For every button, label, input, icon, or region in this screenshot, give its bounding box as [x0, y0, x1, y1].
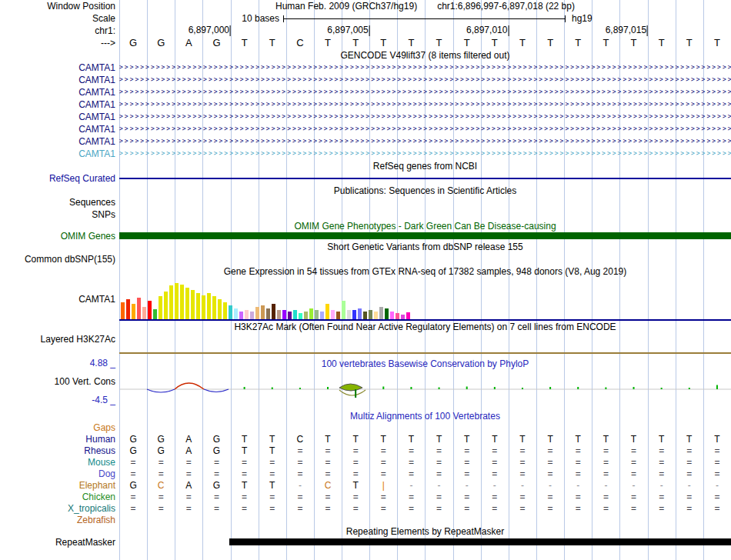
dbsnp-track-title[interactable]: Short Genetic Variants from dbSNP releas… — [119, 241, 731, 253]
gtex-expression-bar[interactable] — [401, 315, 405, 319]
gtex-expression-bar[interactable] — [304, 312, 308, 319]
gtex-expression-bar[interactable] — [223, 302, 227, 319]
gtex-expression-bar[interactable] — [121, 302, 125, 319]
phylop-track-title[interactable]: 100 vertebrates Basewise Conservation by… — [119, 358, 731, 370]
species-label[interactable]: Gaps — [0, 422, 119, 434]
gtex-expression-bar[interactable] — [229, 305, 232, 319]
h3k27ac-track-title[interactable]: H3K27Ac Mark (Often Found Near Active Re… — [119, 321, 731, 333]
refseq-track-title[interactable]: RefSeq genes from NCBI — [119, 160, 731, 172]
gtex-expression-bar[interactable] — [288, 312, 292, 319]
phylop-label[interactable]: 100 Vert. Cons — [0, 376, 115, 387]
gtex-expression-bar[interactable] — [406, 312, 410, 319]
gtex-expression-bar[interactable] — [342, 301, 345, 319]
gtex-track-title[interactable]: Gene Expression in 54 tissues from GTEx … — [119, 265, 731, 278]
species-label[interactable]: Rhesus — [0, 445, 119, 457]
gtex-expression-bar[interactable] — [277, 310, 281, 319]
gtex-expression-bar[interactable] — [148, 301, 152, 319]
gtex-expression-bar[interactable] — [390, 312, 394, 319]
gtex-expression-bar[interactable] — [191, 290, 195, 319]
transcript-arrow-line[interactable]: >>>>>>>>>>>>>>>>>>>>>>>>>>>>>>>>>>>>>>>>… — [119, 135, 731, 148]
species-label[interactable]: Dog — [0, 468, 119, 480]
gtex-expression-bar[interactable] — [272, 304, 275, 319]
gtex-expression-bar[interactable] — [196, 293, 200, 319]
gencode-track-title[interactable]: GENCODE V49lift37 (8 items filtered out) — [119, 49, 731, 62]
dbsnp-label[interactable]: Common dbSNP(155) — [0, 253, 119, 265]
gtex-expression-bar[interactable] — [369, 310, 372, 319]
species-label[interactable]: Human — [0, 434, 119, 445]
repeatmasker-track-title[interactable]: Repeating Elements by RepeatMasker — [119, 526, 731, 537]
transcript-arrow-line[interactable]: >>>>>>>>>>>>>>>>>>>>>>>>>>>>>>>>>>>>>>>>… — [119, 111, 731, 123]
gtex-expression-bar[interactable] — [282, 310, 286, 319]
gtex-expression-bar[interactable] — [175, 283, 179, 319]
gtex-expression-bar[interactable] — [132, 304, 135, 319]
gtex-expression-bar[interactable] — [164, 292, 168, 319]
gtex-expression-bar[interactable] — [234, 308, 238, 319]
omim-gene-bar[interactable] — [119, 232, 731, 239]
omim-genes-label[interactable]: OMIM Genes — [0, 232, 119, 241]
gtex-expression-bar[interactable] — [142, 307, 146, 319]
phylop-conservation-plot[interactable] — [119, 370, 731, 407]
gencode-item-label[interactable]: CAMTA1 — [0, 123, 119, 135]
gtex-expression-bar[interactable] — [325, 304, 329, 319]
gtex-expression-bar[interactable] — [261, 305, 265, 319]
gencode-item-label[interactable]: CAMTA1 — [0, 98, 119, 111]
transcript-arrow-line[interactable]: >>>>>>>>>>>>>>>>>>>>>>>>>>>>>>>>>>>>>>>>… — [119, 62, 731, 74]
gtex-expression-bar[interactable] — [352, 310, 356, 319]
snps-label[interactable]: SNPs — [0, 208, 119, 221]
gtex-expression-bar[interactable] — [396, 313, 399, 319]
gtex-expression-bar[interactable] — [153, 309, 157, 319]
transcript-arrow-line[interactable]: >>>>>>>>>>>>>>>>>>>>>>>>>>>>>>>>>>>>>>>>… — [119, 123, 731, 135]
gtex-expression-bar[interactable] — [239, 312, 243, 319]
gtex-expression-bar[interactable] — [255, 307, 259, 319]
gtex-expression-bar[interactable] — [315, 310, 319, 319]
sequences-label[interactable]: Sequences — [0, 197, 119, 208]
gtex-expression-bar[interactable] — [180, 285, 184, 319]
gencode-item-label[interactable]: CAMTA1 — [0, 62, 119, 74]
omim-track-title[interactable]: OMIM Gene Phenotypes - Dark Green Can Be… — [119, 221, 731, 232]
gencode-item-label[interactable]: CAMTA1 — [0, 135, 119, 148]
publications-track-title[interactable]: Publications: Sequences in Scientific Ar… — [119, 185, 731, 197]
species-label[interactable]: X_tropicalis — [0, 503, 119, 515]
gtex-expression-bar[interactable] — [385, 308, 389, 319]
gtex-expression-bar[interactable] — [137, 298, 141, 319]
transcript-arrow-line[interactable]: >>>>>>>>>>>>>>>>>>>>>>>>>>>>>>>>>>>>>>>>… — [119, 86, 731, 98]
coordinate-ruler[interactable]: 6,897,0006,897,0056,897,0106,897,015 — [119, 25, 731, 37]
gtex-expression-bar[interactable] — [299, 313, 302, 319]
gtex-expression-bar[interactable] — [185, 288, 189, 319]
transcript-arrow-line[interactable]: >>>>>>>>>>>>>>>>>>>>>>>>>>>>>>>>>>>>>>>>… — [119, 74, 731, 86]
gtex-expression-bar[interactable] — [336, 312, 340, 319]
gtex-gene-label[interactable]: CAMTA1 — [0, 278, 119, 321]
gtex-expression-bar[interactable] — [266, 308, 270, 319]
gtex-expression-bar[interactable] — [159, 296, 162, 319]
species-label[interactable]: Zebrafish — [0, 515, 119, 526]
gtex-expression-bar[interactable] — [363, 312, 367, 319]
gtex-expression-bar[interactable] — [212, 296, 216, 319]
gtex-expression-bar[interactable] — [379, 307, 383, 319]
species-label[interactable]: Elephant — [0, 480, 119, 492]
gtex-expression-bar[interactable] — [320, 312, 324, 319]
transcript-arrow-line[interactable]: >>>>>>>>>>>>>>>>>>>>>>>>>>>>>>>>>>>>>>>>… — [119, 148, 731, 160]
species-label[interactable]: Chicken — [0, 492, 119, 503]
gtex-expression-bar[interactable] — [126, 299, 130, 319]
gtex-expression-bar[interactable] — [218, 299, 222, 319]
gencode-item-label[interactable]: CAMTA1 — [0, 74, 119, 86]
repeat-element-bar[interactable] — [229, 538, 731, 545]
gtex-expression-bar[interactable] — [309, 308, 313, 319]
species-label[interactable]: Mouse — [0, 457, 119, 468]
gencode-item-label[interactable]: CAMTA1 — [0, 148, 119, 160]
gtex-expression-bar[interactable] — [207, 293, 211, 319]
gtex-expression-bar[interactable] — [331, 310, 335, 319]
gtex-expression-bar[interactable] — [169, 285, 173, 319]
gtex-expression-bar[interactable] — [358, 308, 362, 319]
gencode-item-label[interactable]: CAMTA1 — [0, 86, 119, 98]
gtex-expression-bar[interactable] — [347, 310, 351, 319]
gtex-expression-bar[interactable] — [250, 312, 254, 319]
multiz-track-title[interactable]: Multiz Alignments of 100 Vertebrates — [119, 410, 731, 422]
h3k27ac-signal-line[interactable] — [119, 352, 731, 354]
gtex-expression-bar[interactable] — [374, 312, 378, 319]
gtex-expression-bar[interactable] — [202, 295, 205, 319]
refseq-curated-label[interactable]: RefSeq Curated — [0, 172, 119, 185]
refseq-transcript-line[interactable] — [119, 178, 731, 179]
gtex-expression-bar[interactable] — [293, 310, 297, 319]
transcript-arrow-line[interactable]: >>>>>>>>>>>>>>>>>>>>>>>>>>>>>>>>>>>>>>>>… — [119, 98, 731, 111]
